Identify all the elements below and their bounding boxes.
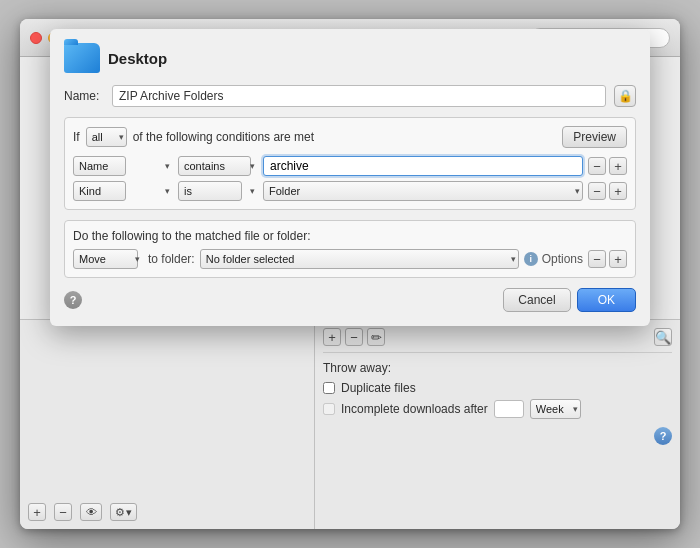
info-icon: i	[529, 254, 532, 264]
action-verb-wrapper: Move Copy Rename	[73, 249, 143, 269]
add-condition-2[interactable]: +	[609, 182, 627, 200]
action-verb-select[interactable]: Move Copy Rename	[73, 249, 138, 269]
value-input-1[interactable]	[263, 156, 583, 176]
lock-button[interactable]: 🔒	[614, 85, 636, 107]
bottom-row: ? Cancel OK	[64, 288, 636, 312]
operator-select-1[interactable]: contains is starts with	[178, 156, 251, 176]
name-row: Name: 🔒	[64, 85, 636, 107]
condition-header: If all any of the following conditions a…	[73, 126, 627, 148]
action-section: Do the following to the matched file or …	[64, 220, 636, 278]
options-group: i Options	[524, 252, 583, 266]
preview-button[interactable]: Preview	[562, 126, 627, 148]
action-row-buttons: − +	[588, 250, 627, 268]
action-label: Do the following to the matched file or …	[73, 229, 627, 243]
info-button[interactable]: i	[524, 252, 538, 266]
action-row: Move Copy Rename to folder: No folder se…	[73, 249, 627, 269]
plus-icon-cond-2: +	[614, 185, 622, 198]
folder-name: Desktop	[108, 50, 167, 67]
operator-select-2[interactable]: is contains	[178, 181, 242, 201]
folder-icon	[64, 43, 100, 73]
minus-icon-action: −	[593, 253, 601, 266]
rule-dialog: Desktop Name: 🔒 If al	[50, 29, 650, 326]
help-button[interactable]: ?	[64, 291, 82, 309]
field-select-1[interactable]: Name Kind Date	[73, 156, 126, 176]
add-condition-1[interactable]: +	[609, 157, 627, 175]
add-action[interactable]: +	[609, 250, 627, 268]
all-select[interactable]: all any	[86, 127, 127, 147]
condition-row-1: Name Kind Date contains is starts with	[73, 156, 627, 176]
value-select-wrapper-2: Folder File Image	[263, 181, 583, 201]
row-buttons-1: − +	[588, 157, 627, 175]
field-select-2[interactable]: Kind Name	[73, 181, 126, 201]
plus-icon-action: +	[614, 253, 622, 266]
field-select-wrapper-1: Name Kind Date	[73, 156, 173, 176]
minus-icon-cond-2: −	[593, 185, 601, 198]
conditions-section: If all any of the following conditions a…	[64, 117, 636, 210]
options-label: Options	[542, 252, 583, 266]
remove-condition-2[interactable]: −	[588, 182, 606, 200]
if-label: If	[73, 130, 80, 144]
folder-header: Desktop	[64, 43, 636, 73]
no-folder-select[interactable]: No folder selected	[200, 249, 519, 269]
name-input[interactable]	[112, 85, 606, 107]
lock-icon: 🔒	[618, 89, 633, 103]
no-folder-wrapper: No folder selected	[200, 249, 519, 269]
plus-icon-cond: +	[614, 160, 622, 173]
all-select-wrapper: all any	[86, 127, 127, 147]
field-select-wrapper-2: Kind Name	[73, 181, 173, 201]
dialog-overlay: Desktop Name: 🔒 If al	[20, 19, 680, 529]
name-label: Name:	[64, 89, 104, 103]
operator-select-wrapper-1: contains is starts with	[178, 156, 258, 176]
operator-select-wrapper-2: is contains	[178, 181, 258, 201]
to-folder-label: to folder:	[148, 252, 195, 266]
main-window: ‹ › Hazel 🔍	[20, 19, 680, 529]
cancel-button[interactable]: Cancel	[503, 288, 570, 312]
conditions-text: of the following conditions are met	[133, 130, 314, 144]
ok-button[interactable]: OK	[577, 288, 636, 312]
row-buttons-2: − +	[588, 182, 627, 200]
minus-icon-cond: −	[593, 160, 601, 173]
condition-row-2: Kind Name is contains Fo	[73, 181, 627, 201]
value-select-2[interactable]: Folder File Image	[263, 181, 583, 201]
remove-condition-1[interactable]: −	[588, 157, 606, 175]
help-icon: ?	[70, 294, 77, 306]
remove-action[interactable]: −	[588, 250, 606, 268]
